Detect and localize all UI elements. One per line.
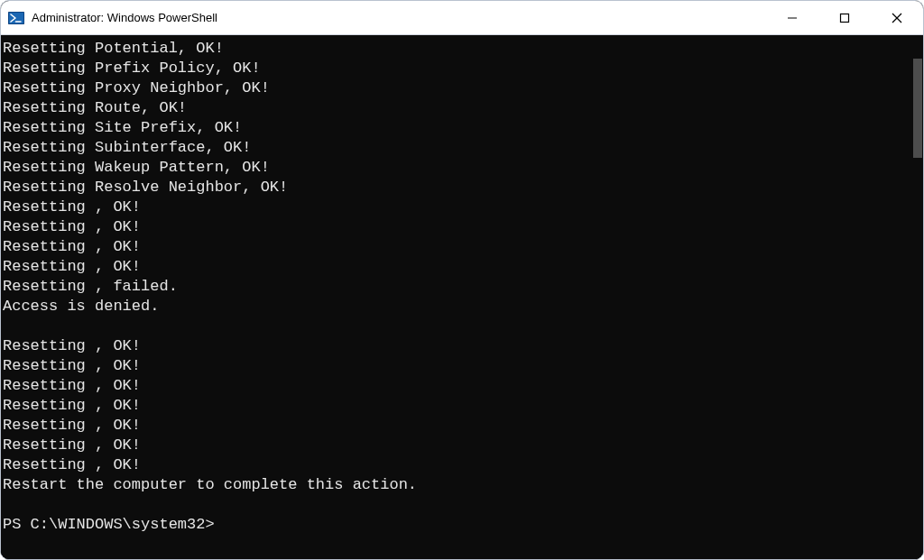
powershell-icon [8, 10, 24, 26]
powershell-window: Administrator: Windows PowerShell Resett… [0, 0, 924, 560]
close-button[interactable] [871, 1, 923, 34]
terminal-output[interactable]: Resetting Potential, OK! Resetting Prefi… [1, 35, 910, 559]
maximize-button[interactable] [818, 1, 871, 34]
svg-rect-4 [841, 14, 849, 22]
window-controls [766, 1, 923, 34]
window-title: Administrator: Windows PowerShell [32, 11, 217, 24]
titlebar[interactable]: Administrator: Windows PowerShell [1, 1, 923, 35]
minimize-button[interactable] [766, 1, 818, 34]
terminal-container: Resetting Potential, OK! Resetting Prefi… [1, 35, 923, 559]
scrollbar-thumb[interactable] [913, 59, 922, 158]
scrollbar[interactable] [910, 35, 923, 559]
